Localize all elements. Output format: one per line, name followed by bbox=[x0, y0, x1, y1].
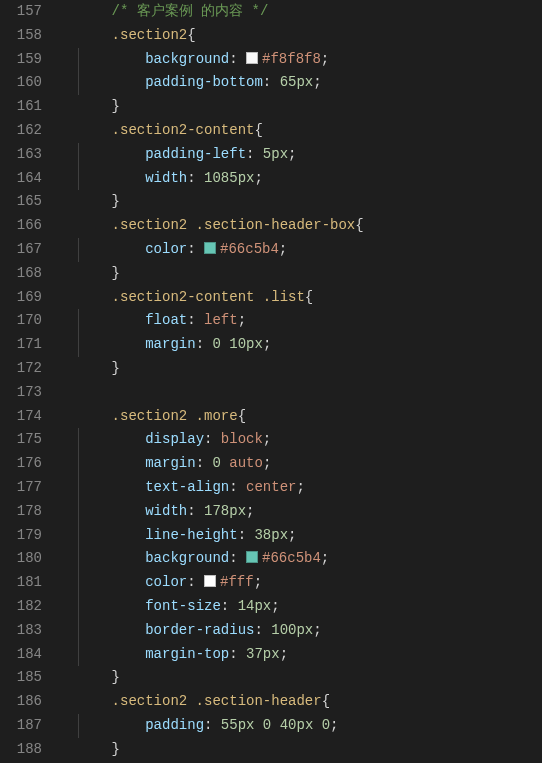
code-token: : bbox=[254, 622, 271, 638]
code-token: } bbox=[112, 98, 120, 114]
code-token: 10px bbox=[229, 336, 263, 352]
code-token: padding-left bbox=[145, 146, 246, 162]
line-number: 180 bbox=[0, 547, 42, 571]
code-line[interactable]: line-height: 38px; bbox=[60, 524, 542, 548]
code-token: #f8f8f8 bbox=[262, 51, 321, 67]
code-line[interactable]: width: 178px; bbox=[60, 500, 542, 524]
code-token: { bbox=[254, 122, 262, 138]
code-line[interactable]: float: left; bbox=[60, 309, 542, 333]
code-line[interactable]: .section2-content{ bbox=[60, 119, 542, 143]
line-number: 178 bbox=[0, 500, 42, 524]
code-line[interactable]: } bbox=[60, 262, 542, 286]
code-token: 5px bbox=[263, 146, 288, 162]
code-line[interactable]: background: #66c5b4; bbox=[60, 547, 542, 571]
code-token: { bbox=[305, 289, 313, 305]
code-line[interactable]: display: block; bbox=[60, 428, 542, 452]
color-swatch-icon[interactable] bbox=[204, 575, 216, 587]
code-line[interactable]: padding: 55px 0 40px 0; bbox=[60, 714, 542, 738]
code-token: 178px bbox=[204, 503, 246, 519]
code-line[interactable]: margin: 0 auto; bbox=[60, 452, 542, 476]
indent-guide bbox=[78, 71, 79, 95]
code-token: 0 bbox=[212, 455, 220, 471]
code-line[interactable]: padding-left: 5px; bbox=[60, 143, 542, 167]
code-line[interactable]: } bbox=[60, 190, 542, 214]
code-token: } bbox=[112, 193, 120, 209]
code-token: : bbox=[229, 646, 246, 662]
code-line[interactable]: } bbox=[60, 666, 542, 690]
code-line[interactable]: margin-top: 37px; bbox=[60, 643, 542, 667]
code-token: .section2 .section-header bbox=[112, 693, 322, 709]
color-swatch-icon[interactable] bbox=[246, 52, 258, 64]
line-number: 169 bbox=[0, 286, 42, 310]
code-line[interactable] bbox=[60, 381, 542, 405]
code-line[interactable]: font-size: 14px; bbox=[60, 595, 542, 619]
indent-guide bbox=[78, 452, 79, 476]
line-number: 167 bbox=[0, 238, 42, 262]
code-token: font-size bbox=[145, 598, 221, 614]
code-line[interactable]: padding-bottom: 65px; bbox=[60, 71, 542, 95]
color-swatch-icon[interactable] bbox=[204, 242, 216, 254]
code-token: ; bbox=[321, 550, 329, 566]
code-token: } bbox=[112, 360, 120, 376]
code-token: 1085px bbox=[204, 170, 254, 186]
code-token: ; bbox=[288, 527, 296, 543]
code-token: ; bbox=[296, 479, 304, 495]
code-token: .section2-content bbox=[112, 122, 255, 138]
code-token: background bbox=[145, 51, 229, 67]
code-token: 0 bbox=[322, 717, 330, 733]
code-area[interactable]: /* 客户案例 的内容 */ .section2{ background: #f… bbox=[60, 0, 542, 763]
code-token: { bbox=[322, 693, 330, 709]
code-line[interactable]: color: #66c5b4; bbox=[60, 238, 542, 262]
code-token: line-height bbox=[145, 527, 237, 543]
code-token: .section2 .section-header-box bbox=[112, 217, 356, 233]
indent-guide bbox=[78, 714, 79, 738]
indent-guide bbox=[78, 333, 79, 357]
code-line[interactable]: width: 1085px; bbox=[60, 167, 542, 191]
code-line[interactable]: } bbox=[60, 95, 542, 119]
code-line[interactable]: /* 客户案例 的内容 */ bbox=[60, 0, 542, 24]
code-token: ; bbox=[263, 455, 271, 471]
code-token: 40px bbox=[280, 717, 314, 733]
line-number: 161 bbox=[0, 95, 42, 119]
code-token: : bbox=[263, 74, 280, 90]
color-swatch-icon[interactable] bbox=[246, 551, 258, 563]
code-token: : bbox=[187, 241, 204, 257]
code-token: 65px bbox=[280, 74, 314, 90]
code-token: : bbox=[246, 146, 263, 162]
line-number: 165 bbox=[0, 190, 42, 214]
code-token: ; bbox=[313, 622, 321, 638]
indent-guide bbox=[78, 428, 79, 452]
line-number: 171 bbox=[0, 333, 42, 357]
indent-guide bbox=[78, 619, 79, 643]
code-token: float bbox=[145, 312, 187, 328]
code-line[interactable]: } bbox=[60, 738, 542, 762]
code-token: : bbox=[204, 431, 221, 447]
code-line[interactable]: .section2{ bbox=[60, 24, 542, 48]
code-token bbox=[221, 455, 229, 471]
line-number: 182 bbox=[0, 595, 42, 619]
code-token: } bbox=[112, 669, 120, 685]
code-token: : bbox=[204, 717, 221, 733]
code-token: 100px bbox=[271, 622, 313, 638]
code-line[interactable]: } bbox=[60, 357, 542, 381]
code-token: : bbox=[196, 455, 213, 471]
code-token: /* 客户案例 的内容 */ bbox=[112, 3, 269, 19]
code-line[interactable]: background: #f8f8f8; bbox=[60, 48, 542, 72]
code-token: block bbox=[221, 431, 263, 447]
code-token: padding-bottom bbox=[145, 74, 263, 90]
line-number: 181 bbox=[0, 571, 42, 595]
code-token: border-radius bbox=[145, 622, 254, 638]
code-line[interactable]: .section2 .more{ bbox=[60, 405, 542, 429]
code-line[interactable]: border-radius: 100px; bbox=[60, 619, 542, 643]
code-line[interactable]: .section2 .section-header{ bbox=[60, 690, 542, 714]
code-line[interactable]: .section2 .section-header-box{ bbox=[60, 214, 542, 238]
code-line[interactable]: text-align: center; bbox=[60, 476, 542, 500]
line-number: 172 bbox=[0, 357, 42, 381]
code-line[interactable]: .section2-content .list{ bbox=[60, 286, 542, 310]
code-token: 38px bbox=[254, 527, 288, 543]
code-token: 14px bbox=[238, 598, 272, 614]
line-number: 159 bbox=[0, 48, 42, 72]
code-token: : bbox=[187, 574, 204, 590]
code-line[interactable]: color: #fff; bbox=[60, 571, 542, 595]
code-line[interactable]: margin: 0 10px; bbox=[60, 333, 542, 357]
